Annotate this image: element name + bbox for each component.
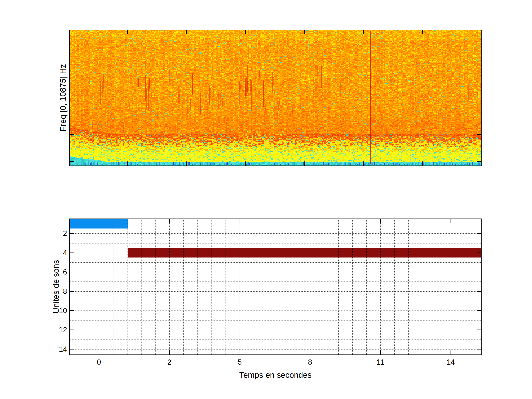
x-gridline [380, 219, 381, 355]
units-ytick [70, 349, 74, 349]
y-tick-label: 2 [34, 229, 67, 237]
spectrogram-ytick [70, 80, 74, 80]
y-tick-label: 6 [34, 268, 67, 276]
y-gridline [70, 310, 481, 311]
x-tick-label: 11 [377, 358, 384, 366]
spectrogram-ytick [477, 134, 481, 135]
spectrogram-xtick [422, 161, 423, 165]
x-gridline [85, 219, 85, 355]
units-xtick [380, 219, 381, 223]
units-ytick [477, 329, 481, 330]
y-gridline [70, 320, 481, 321]
spectrogram-xtick [363, 30, 364, 34]
x-gridline [99, 219, 99, 355]
y-tick-label: 8 [34, 287, 67, 295]
x-gridline [394, 219, 395, 355]
units-ytick [70, 253, 74, 253]
x-gridline [296, 219, 296, 355]
x-gridline [310, 219, 310, 355]
spectrogram-heatmap [70, 30, 481, 165]
x-gridline [437, 219, 437, 355]
x-gridline [338, 219, 339, 355]
units-xtick [240, 350, 240, 355]
spectrogram-axes [69, 30, 481, 166]
matlab-figure: Freq [0, 10875] Hz Unites de sons Temps … [0, 0, 532, 399]
units-ytick [70, 310, 74, 311]
x-gridline [465, 219, 465, 355]
units-xtick [380, 350, 381, 355]
spectrogram-xtick [245, 30, 246, 34]
y-tick-label: 12 [34, 326, 67, 334]
x-gridline [282, 219, 282, 355]
units-xlabel: Temps en secondes [202, 369, 349, 380]
spectrogram-ytick [70, 107, 74, 107]
units-xtick [450, 219, 451, 223]
x-tick-label: 2 [167, 358, 171, 366]
spectrogram-xtick [186, 30, 187, 34]
x-gridline [211, 219, 212, 355]
y-tick-label: 10 [34, 306, 67, 315]
spectrogram-xtick [304, 161, 305, 165]
spectrogram-ytick [477, 53, 481, 53]
spectrogram-xtick [186, 161, 187, 165]
y-gridline [70, 272, 481, 272]
spectrogram-xtick [127, 30, 128, 34]
y-gridline [70, 291, 481, 292]
y-gridline [70, 301, 481, 301]
x-gridline [141, 219, 141, 355]
units-ylabel: Unites de sons [51, 231, 62, 342]
units-ytick [70, 291, 74, 292]
x-gridline [184, 219, 184, 355]
spectrogram-xtick [363, 161, 364, 165]
x-tick-label: 14 [447, 358, 455, 366]
x-gridline [113, 219, 114, 355]
y-gridline [70, 340, 481, 340]
x-gridline [254, 219, 254, 355]
spectrogram-ytick [70, 161, 74, 162]
x-gridline [352, 219, 353, 355]
y-gridline [70, 349, 481, 349]
units-axes [69, 219, 481, 355]
units-ytick [70, 329, 74, 330]
units-ytick [477, 291, 481, 292]
x-gridline [268, 219, 268, 355]
y-gridline [70, 330, 481, 330]
y-gridline [70, 262, 481, 263]
x-gridline [71, 219, 71, 355]
units-xtick [450, 350, 451, 355]
units-ytick [477, 272, 481, 272]
x-tick-label: 5 [238, 358, 242, 366]
x-gridline [408, 219, 409, 355]
units-ytick [477, 233, 481, 234]
units-xtick [169, 350, 170, 355]
x-tick-label: 8 [308, 358, 312, 366]
x-gridline [366, 219, 367, 355]
y-tick-label: 14 [34, 345, 67, 353]
units-ytick [70, 233, 74, 234]
units-ytick [70, 272, 74, 272]
spectrogram-ytick [477, 107, 481, 107]
x-gridline [324, 219, 324, 355]
y-gridline [70, 243, 481, 243]
x-gridline [240, 219, 240, 355]
units-ytick [477, 253, 481, 253]
x-gridline [197, 219, 198, 355]
units-xtick [99, 219, 99, 223]
spectrogram-xtick [422, 30, 423, 34]
spectrogram-xtick [127, 161, 128, 165]
spectrogram-ylabel: Freq [0, 10875] Hz [57, 42, 69, 153]
spectrogram-xtick [245, 161, 246, 165]
units-xtick [310, 219, 310, 223]
y-tick-label: 4 [34, 249, 67, 257]
x-gridline [226, 219, 226, 355]
spectrogram-ytick [70, 134, 74, 135]
x-gridline [127, 219, 127, 355]
x-tick-label: 0 [97, 358, 101, 366]
x-gridline [423, 219, 423, 355]
units-xtick [99, 350, 99, 355]
y-gridline [70, 253, 481, 253]
x-gridline [451, 219, 451, 355]
units-xtick [169, 219, 170, 223]
units-ytick [477, 310, 481, 311]
spectrogram-ytick [477, 80, 481, 80]
